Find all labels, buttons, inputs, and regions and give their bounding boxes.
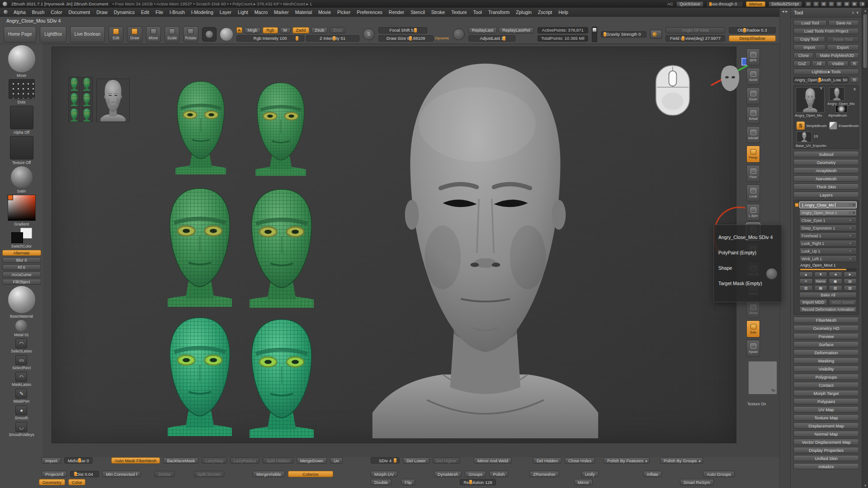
titlebar-icon[interactable]: ▩ (844, 1, 850, 7)
tool-section-button[interactable]: Morph Target (793, 390, 859, 396)
menu-item[interactable]: I-Brush (166, 8, 188, 17)
replay-button[interactable]: ReplayLast (468, 27, 497, 33)
head-thumbnail[interactable] (96, 79, 130, 122)
titlebar-icon[interactable]: ◨ (859, 1, 865, 7)
paint-mode-button[interactable]: Rgb (263, 27, 278, 33)
simple-brush-icon[interactable]: S (797, 122, 805, 130)
obj-shadow-slider[interactable]: ObjShadow 0.3 (729, 27, 776, 33)
stroke-dots[interactable]: Dots (9, 79, 35, 104)
tool-section-button[interactable]: Polypaint (793, 398, 859, 404)
tool-section-button[interactable]: Deformation (793, 349, 859, 356)
camera-icon[interactable] (650, 30, 662, 39)
tool-section-button[interactable]: Subtool (793, 151, 859, 157)
tool-button[interactable]: Make PolyMesh3D (815, 52, 859, 59)
tool-button[interactable]: Load Tools From Project (793, 28, 859, 34)
popup-item[interactable]: Angry_Close_Mou SDiv 4 (718, 230, 777, 245)
menu-item[interactable]: Material (292, 8, 315, 17)
menu-item[interactable]: Zplugin (513, 8, 534, 17)
gravity-strength-slider[interactable]: Gravity Strength 0 (601, 31, 646, 38)
popup-item[interactable]: PolyPaint (Empty) (718, 245, 777, 260)
rotate-mode-button[interactable]: Rotate (183, 26, 198, 42)
panel-collapse-icon[interactable]: ◄► (781, 9, 788, 14)
tool-button[interactable]: Copy Tool (793, 36, 825, 42)
layer-tool-button[interactable]: ▦ (814, 285, 828, 291)
bottom-shelf-button[interactable]: SDiv 4 (371, 457, 400, 464)
alpha-brush-thumbnail[interactable] (835, 105, 847, 113)
layer-nav-button[interactable]: ▲ (799, 272, 813, 277)
layer-eye-icon[interactable] (849, 227, 855, 229)
left-shelf-button[interactable]: FillObject (2, 279, 41, 285)
bottom-shelf-button[interactable]: Smart ReSym (680, 479, 714, 485)
bake-all-button[interactable]: Bake All (799, 292, 857, 298)
eraser-brush-icon[interactable] (829, 122, 837, 130)
history-thumbnails[interactable] (68, 77, 94, 122)
home-page-button[interactable]: Home Page (4, 26, 36, 42)
right-shelf-button[interactable]: Xpose (746, 340, 760, 357)
menu-item[interactable]: Picker (334, 8, 354, 17)
tool-section-button[interactable]: Normal Map (793, 431, 859, 437)
layer-row[interactable]: Look_Up 1 (799, 248, 857, 254)
bottom-shelf-button[interactable]: MergeDown (297, 457, 327, 464)
bottom-shelf-button[interactable]: Morph UV (371, 471, 397, 477)
tool-section-button[interactable]: Masking (793, 357, 859, 364)
draw-mode-button[interactable]: Draw (127, 26, 142, 42)
bottom-shelf-button[interactable]: Colorize (288, 471, 333, 477)
menu-item[interactable]: Transform (485, 8, 513, 17)
tool-section-button[interactable]: Display Properties (793, 447, 859, 453)
layer-nav-button[interactable]: ► (844, 272, 857, 277)
bottom-shelf-button[interactable]: Flip (401, 479, 415, 485)
bottom-shelf-button[interactable]: Mirror (574, 479, 593, 485)
layer-nav-button[interactable]: ◄ (829, 272, 842, 277)
bottom-shelf-button[interactable]: Polish By Features (604, 457, 650, 464)
layer-row[interactable]: Deep_Expression 1 (799, 225, 857, 231)
switch-color[interactable]: SwitchColor (11, 228, 32, 249)
right-shelf-button[interactable]: Local (746, 184, 760, 202)
tool-section-button[interactable]: Surface (793, 341, 859, 347)
layer-eye-icon[interactable] (849, 242, 855, 244)
bottom-shelf-button[interactable]: Del Lower (403, 457, 429, 464)
move-mode-button[interactable]: Move (146, 26, 161, 42)
tool-button[interactable]: Clone (793, 52, 814, 59)
menu-item[interactable]: Movie (315, 8, 334, 17)
color-picker[interactable]: Gradient (8, 195, 36, 226)
tool-button[interactable]: Load Tool (793, 20, 827, 26)
titlebar-icon[interactable]: ▥ (813, 1, 819, 7)
layer-eye-icon[interactable] (849, 235, 855, 237)
base-uv-thumbnail[interactable] (797, 131, 812, 142)
tool-palette-header[interactable]: Tool ≡▾ (791, 8, 862, 18)
focal-shift-slider[interactable]: Focal Shift 51 (378, 27, 427, 33)
layer-eye-icon[interactable] (849, 250, 855, 252)
gravity-widget[interactable] (592, 27, 597, 42)
right-shelf-button[interactable]: AAHalf (746, 126, 760, 143)
tool-button[interactable]: All (812, 61, 826, 67)
layer-tool-button[interactable]: Name (814, 278, 828, 284)
import-mdd-button[interactable]: Import MDD (799, 299, 827, 305)
menu-item[interactable]: File (152, 8, 166, 17)
bottom-shelf-button[interactable]: LazyRadius (230, 457, 260, 464)
mdd-speed-button[interactable]: MDD Speed (829, 299, 857, 305)
menu-item[interactable]: Edit (138, 8, 152, 17)
bottom-shelf-button[interactable]: LazyStep (202, 457, 227, 464)
bottom-shelf-button[interactable]: Del Higher (433, 457, 460, 464)
menu-item[interactable]: Help (555, 8, 571, 17)
defaultzscript-button[interactable]: DefaultZScript (769, 1, 802, 7)
current-tool-slot[interactable]: R (850, 77, 859, 83)
bottom-shelf-button[interactable]: Color (68, 479, 86, 485)
live-boolean-button[interactable]: Live Boolean (70, 26, 105, 42)
bottom-shelf-button[interactable]: Unify (581, 471, 599, 477)
menu-item[interactable]: Render (386, 8, 407, 17)
tool-section-button[interactable]: Displacement Map (793, 422, 859, 429)
tool-section-button[interactable]: Vector Displacement Map (793, 439, 859, 445)
menu-item[interactable]: Light (235, 8, 251, 17)
bottom-shelf-button[interactable]: Double (371, 479, 392, 485)
tool-button[interactable]: Visible (827, 61, 849, 67)
draw-size-slider[interactable]: Draw Size 64.88109 (378, 35, 434, 42)
layer-tool-button[interactable]: ▣ (829, 278, 842, 284)
menu-item[interactable]: Tool (470, 8, 485, 17)
menu-item[interactable]: Marker (271, 8, 292, 17)
bottom-shelf-button[interactable]: Dist 0.04 (70, 471, 99, 477)
replay-button[interactable]: ReplayLastRel (499, 27, 534, 33)
tool-section-button[interactable]: Thick Skin (793, 183, 859, 190)
bottom-shelf-button[interactable]: Auto Groups (703, 471, 734, 477)
bottom-shelf-button[interactable]: Import (42, 457, 61, 464)
